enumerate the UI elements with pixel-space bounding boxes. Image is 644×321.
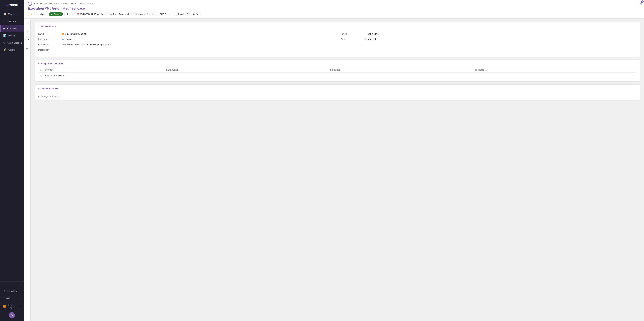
- chevron-down-icon: ▾: [38, 62, 39, 65]
- pilotage-icon: 📊: [3, 34, 6, 37]
- executions-icon: ▶: [3, 27, 5, 30]
- table-header-row: # PROJET RÉFÉRENCE EXIGENCE CRITICITÉ ▲: [38, 68, 636, 72]
- arrow-right-icon: ›: [20, 305, 21, 307]
- pill-framework: 🤖 Robot Framework: [108, 12, 132, 16]
- exigences-table: # PROJET RÉFÉRENCE EXIGENCE CRITICITÉ ▲: [38, 68, 636, 79]
- col-reference: RÉFÉRENCE: [164, 68, 328, 72]
- main-content: ▾ Informations Statut En cours de rédact…: [30, 19, 644, 321]
- breadcrumb: ‹ robotframework-new > e2e > robot_stand…: [28, 0, 640, 7]
- calendar-icon: 📅: [76, 13, 79, 16]
- arrow-right-icon: ›: [23, 290, 24, 292]
- sidebar-collapse-button[interactable]: ‹: [0, 282, 24, 287]
- top-area: ‹ robotframework-new > e2e > robot_stand…: [24, 0, 644, 19]
- filtre-projets-icon: 🔽: [3, 305, 6, 308]
- table-body: Aucun élément à afficher: [38, 72, 636, 79]
- section-commentaires-title: Commentaires: [40, 87, 58, 90]
- pill-sut: SUT: Preprod: [158, 12, 174, 16]
- pill-status: ✓ Succès: [49, 12, 62, 16]
- table-header: # PROJET RÉFÉRENCE EXIGENCE CRITICITÉ ▲: [38, 68, 636, 72]
- section-exigences-header[interactable]: ▾ Exigences vérifiées: [35, 60, 640, 68]
- table-row-empty: Aucun élément à afficher: [38, 72, 636, 79]
- pill-duration: 4ms: [64, 12, 73, 16]
- rf-testcase-value: tc[0] ^ %VAR% #<9;/&é"(-è_çà)=he | \pe(p…: [62, 43, 111, 46]
- chevron-down-icon: ▾: [38, 25, 39, 27]
- side-tab-comment[interactable]: 💬: [24, 38, 30, 43]
- chevron-down-icon: ▾: [38, 87, 39, 90]
- sidebar-item-actions[interactable]: ⚡ Actions: [0, 46, 24, 53]
- empty-message: Aucun élément à afficher: [38, 72, 636, 79]
- sidebar-item-executions[interactable]: ▶ Exécutions: [0, 25, 24, 32]
- info-left-col: Statut En cours de rédaction Importance …: [35, 30, 337, 57]
- page-title: Exécution #5 : Automated test case: [28, 7, 640, 10]
- pill-label: Robot Framework: [113, 13, 129, 16]
- sidebar-item-label: Exécutions: [7, 27, 18, 30]
- content-area: ℹ ✏ 💬 ☰ ▾ Informations Statut: [24, 19, 644, 321]
- sidebar-item-label: Exigences: [8, 13, 18, 16]
- aide-icon: ?: [3, 297, 4, 299]
- sidebar-item-cas-de-test[interactable]: ✓ Cas de test: [0, 18, 24, 25]
- sidebar-item-aide[interactable]: ? Aide ›: [0, 295, 24, 302]
- description-label: Description: [38, 49, 62, 51]
- sidebar: squash 📋 Exigences ✓ Cas de test ▶ Exécu…: [0, 0, 24, 321]
- pill-label: Navigateur: Chrome: [136, 13, 154, 16]
- sidebar-item-label: Administration: [7, 290, 21, 292]
- back-button[interactable]: ‹: [28, 2, 32, 6]
- type-label: Type: [341, 38, 364, 41]
- sidebar-item-administration[interactable]: ⚙ Administration ›: [0, 287, 24, 295]
- info-row-rf-testcase: rf_testcase * tc[0] ^ %VAR% #<9;/&é"(-è_…: [38, 43, 334, 46]
- status-dot-icon: [62, 33, 64, 35]
- pill-label: 07/10/2024 17:19 (admin): [80, 13, 103, 16]
- meta-pills: ⚡ Automatique ✓ Succès 4ms 📅 07/10/2024 …: [28, 12, 640, 16]
- info-right-col: Nature ☐ Non définie Type ☐ Non défini: [337, 30, 640, 57]
- rf-testcase-label: rf_testcase *: [38, 43, 62, 46]
- pill-branche: Branche_Git: tests-2.0: [176, 12, 200, 16]
- main-wrapper: ‹ robotframework-new > e2e > robot_stand…: [24, 0, 644, 321]
- sort-asc-icon: ▲: [485, 69, 487, 71]
- automatique-icon: ⚡: [30, 13, 33, 16]
- importance-label: Importance: [38, 38, 62, 41]
- sidebar-footer: ‹ ⚙ Administration › ? Aide › 🔽 Filtre p…: [0, 281, 24, 321]
- exigences-icon: 📋: [3, 13, 6, 16]
- breadcrumb-item: e2e: [56, 3, 60, 5]
- actions-icon: ⚡: [3, 48, 6, 51]
- pill-label: Branche_Git: tests-2.0: [178, 13, 198, 16]
- logo: squash: [0, 0, 24, 9]
- section-informations-title: Informations: [40, 25, 56, 27]
- checkbox-icon: ☐: [364, 38, 366, 41]
- side-tab-list[interactable]: ☰: [25, 46, 29, 51]
- section-exigences-title: Exigences vérifiées: [40, 62, 64, 65]
- attachment-button[interactable]: 📎 2: [639, 1, 643, 5]
- side-tab-info[interactable]: ℹ: [26, 21, 29, 26]
- pill-date: 📅 07/10/2024 17:19 (admin): [74, 12, 106, 16]
- sidebar-item-exigences[interactable]: 📋 Exigences: [0, 11, 24, 18]
- sidebar-nav: 📋 Exigences ✓ Cas de test ▶ Exécutions 📊…: [0, 9, 24, 281]
- pill-label: 4ms: [67, 13, 70, 16]
- section-informations-header[interactable]: ▾ Informations: [35, 22, 640, 30]
- importance-value: ≪ Faible: [62, 38, 72, 41]
- section-commentaires: ▾ Commentaires (Cliquer pour éditer...): [34, 84, 640, 100]
- section-informations: ▾ Informations Statut En cours de rédact…: [34, 22, 640, 57]
- sidebar-item-label: Cas de test: [7, 20, 18, 23]
- side-tab-edit[interactable]: ✏: [25, 29, 29, 34]
- info-grid: Statut En cours de rédaction Importance …: [35, 30, 640, 57]
- col-exigence: EXIGENCE: [328, 68, 472, 72]
- breadcrumb-item: robot_standard: [62, 3, 76, 5]
- pill-label: SUT: Preprod: [160, 13, 172, 16]
- breadcrumb-item: robot_test_suite: [80, 3, 94, 5]
- sidebar-item-automatisation[interactable]: ⚙ Automatisation ›: [0, 39, 24, 46]
- sidebar-item-filtre-projets[interactable]: 🔽 Filtre projets ›: [0, 302, 24, 311]
- comments-body: (Cliquer pour éditer...): [35, 92, 640, 100]
- info-row-type: Type ☐ Non défini: [341, 38, 636, 41]
- nature-label: Nature: [341, 33, 364, 35]
- comment-placeholder[interactable]: (Cliquer pour éditer...): [38, 95, 636, 98]
- type-value: ☐ Non défini: [364, 38, 378, 41]
- user-avatar[interactable]: S: [9, 312, 15, 318]
- info-row-nature: Nature ☐ Non définie: [341, 33, 636, 35]
- sidebar-item-pilotage[interactable]: 📊 Pilotage: [0, 32, 24, 39]
- more-options-button[interactable]: ···: [635, 2, 637, 5]
- attachment-count-badge: 2: [641, 0, 644, 3]
- col-criticite[interactable]: CRITICITÉ ▲: [472, 68, 636, 72]
- info-row-description: Description: [38, 49, 334, 51]
- section-commentaires-header[interactable]: ▾ Commentaires: [35, 84, 640, 92]
- sidebar-item-label: Automatisation: [7, 42, 22, 44]
